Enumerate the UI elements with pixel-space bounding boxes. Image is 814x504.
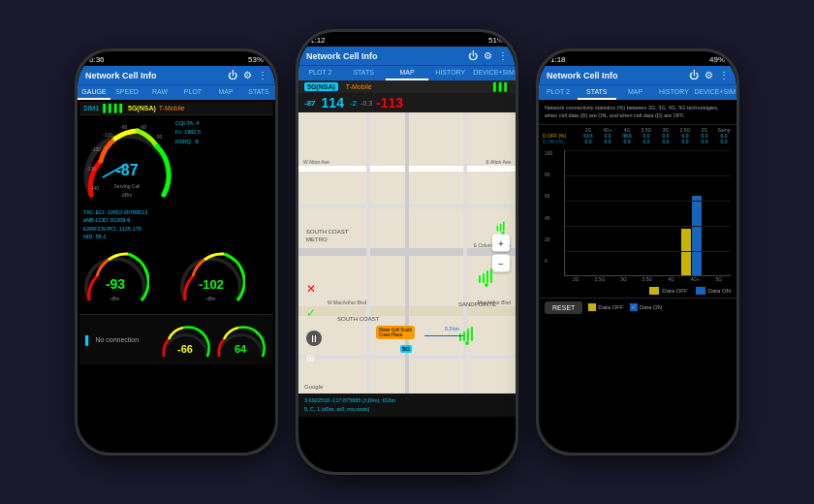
enb-lcid: eNB-LCID: 81209-9 [83,216,269,224]
stats-screen: Network connectivity statistics (%) betw… [539,100,736,435]
tab-raw[interactable]: RAW [143,85,176,100]
tab-device-p2[interactable]: DEVICE+SIM [472,66,516,80]
road-v3 [463,112,467,394]
wifi-icon: ▌ [85,335,91,345]
settings-icon-1[interactable]: ⚙ [243,70,252,80]
y-label-60: 60 [545,193,562,199]
signal-indicators: ▌▌▌ [493,82,510,91]
bar-4g [681,196,702,275]
tab-stats-p3[interactable]: STATS [578,85,616,100]
svg-point-26 [465,341,469,345]
more-icon-3[interactable]: ⋮ [719,70,729,80]
tab-plot2-p3[interactable]: PLOT 2 [539,85,578,100]
distance-line [424,335,463,336]
sim-label: SIM1 [83,105,99,111]
power-icon-2[interactable]: ⏻ [468,50,478,61]
checkbox-data-on[interactable]: ✓ Data ON [630,303,662,311]
check-on-box[interactable]: ✓ [630,303,638,311]
check-off-box[interactable]: ✓ [588,303,596,311]
svg-rect-28 [500,224,502,232]
tac-eci: TAC-ECI: 12652-20789513 [83,208,269,216]
label-sandpointe: SANDPOINTE [458,301,496,307]
app-title-3: Network Cell Info [547,71,618,80]
battery-1: 53% [248,55,264,64]
chart-area [564,150,731,276]
wifi-section: ▌ No connection -66 64 [79,314,273,364]
nid: NID: 58-2 [83,233,269,240]
map-bg[interactable]: W Alton Ave E Alton Ave E Columbian Ave … [298,112,516,394]
x-label-2g: 2G [568,276,584,282]
svg-text:-90: -90 [120,124,127,130]
time-3: 1:18 [550,55,566,64]
tab-plot2-p2[interactable]: PLOT 2 [298,66,342,80]
power-icon-1[interactable]: ⏻ [228,70,237,80]
svg-text:64: 64 [235,343,247,355]
tab-gauge[interactable]: GAUGE [78,85,110,100]
app-header-3: Network Cell Info ⏻ ⚙ ⋮ [539,66,736,84]
grid-100 [565,150,731,151]
x-label-4g: 4G [663,276,679,282]
tab-plot[interactable]: PLOT [176,85,209,100]
more-icon-1[interactable]: ⋮ [258,70,267,80]
wifi-gauge-2: 64 [214,318,267,362]
phone-1-screen: 6:36 53% Network Cell Info ⏻ ⚙ ⋮ GAUGE S… [78,51,275,453]
reset-button[interactable]: RESET [545,301,582,314]
y-label-40: 40 [545,215,562,221]
tab-history-p2[interactable]: HISTORY [428,66,472,80]
svg-point-21 [485,283,488,287]
tab-history-p3[interactable]: HISTORY [655,85,694,100]
tab-map-p3[interactable]: MAP [616,85,655,100]
map-val3: -2 [350,99,357,108]
settings-icon-3[interactable]: ⚙ [704,70,713,80]
detail-bar: 3.6922518 -117.875665 (±19m), 613m 5, C,… [298,394,516,417]
chart-legend: Data OFF Data ON [539,284,736,298]
label-south-coast-metro: SOUTH COAST [306,229,348,235]
status-bar-2: 1:12 51% [298,32,516,47]
header-icons-1: ⏻ ⚙ ⋮ [228,70,267,80]
check-on-label: Data ON [640,304,662,310]
map-zoom-out[interactable]: − [492,255,510,272]
svg-rect-25 [471,327,473,341]
main-gauge-circle: -140 -130 -120 -110 -90 -60 -50 -87 Serv… [81,117,173,205]
map-layers-icon[interactable]: ⊞ [306,353,314,363]
tab-speed[interactable]: SPEED [110,85,143,100]
map-check-mark[interactable]: ✓ [306,306,316,320]
settings-icon-2[interactable]: ⚙ [484,50,492,61]
battery-3: 49% [709,55,725,64]
legend-label-on: Data ON [708,288,731,294]
map-zoom-controls: + − [492,235,510,272]
app-title-2: Network Cell Info [306,51,378,61]
cell-marker-2 [457,326,477,349]
header-icons-3: ⏻ ⚙ ⋮ [689,70,729,80]
tab-stats-p2[interactable]: STATS [342,66,386,80]
map-x-mark[interactable]: ✕ [306,282,316,296]
signal-strength-icon: ▌▌▌ [493,82,510,91]
tab-map[interactable]: MAP [209,85,242,100]
more-icon-2[interactable]: ⋮ [498,50,508,61]
svg-text:-93: -93 [106,276,125,292]
network-type-1: 5G(NSA) [128,105,156,111]
rsrq-val: RSRQ: -8 [175,138,269,146]
power-icon-3[interactable]: ⏻ [689,70,699,80]
map-pause-btn[interactable]: ⏸ [306,331,322,346]
checkbox-data-off[interactable]: ✓ Data OFF [588,303,623,311]
phone-3-screen: 1:18 49% Network Cell Info ⏻ ⚙ ⋮ PLOT 2 … [539,51,736,453]
map-zoom-in[interactable]: + [492,235,510,252]
status-bar-3: 1:18 49% [539,51,736,66]
map-val4: -0.3 [360,100,372,107]
tab-stats[interactable]: STATS [242,85,275,100]
nav-tabs-3: PLOT 2 STATS MAP HISTORY DEVICE+SIM [539,84,736,100]
phone-1: 6:36 53% Network Cell Info ⏻ ⚙ ⋮ GAUGE S… [75,48,278,456]
tab-map-p2[interactable]: MAP [386,66,429,80]
app-title-1: Network Cell Info [85,71,157,80]
map-values-bar: -87 114 -2 -0.3 -113 [298,93,516,112]
svg-text:dBm: dBm [122,192,132,198]
td-don-samples: 0.0 [715,139,733,144]
svg-text:-110: -110 [103,132,112,138]
tab-device-p3[interactable]: DEVICE+SIM [693,85,736,100]
legend-data-off: Data OFF [649,287,687,295]
y-label-20: 20 [545,236,562,242]
phone-2-screen: 1:12 51% Network Cell Info ⏻ ⚙ ⋮ PLOT 2 … [298,32,516,472]
grid-80 [565,175,731,176]
signal-bars: ▌▌▌▌ [103,104,125,112]
